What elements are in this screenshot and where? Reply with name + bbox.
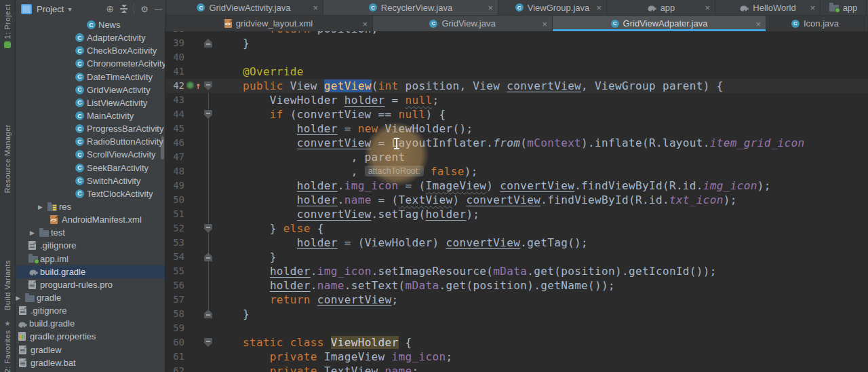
code-line-47[interactable]: 47 , parent <box>165 150 868 164</box>
code-line-52[interactable]: 52 } else { <box>165 221 868 236</box>
fold-open-icon[interactable] <box>204 338 212 347</box>
line-number[interactable]: 60 <box>165 335 184 350</box>
tree-item-gridviewactivity[interactable]: CGridViewActivity <box>16 83 165 96</box>
editor-tab-gridviewadpater-java[interactable]: CGridViewAdpater.java× <box>553 16 766 31</box>
close-icon[interactable]: × <box>755 19 761 28</box>
line-number[interactable]: 48 <box>165 164 184 179</box>
code-line-43[interactable]: 43 ViewHolder holder = null; <box>165 93 868 107</box>
code-line-61[interactable]: 61 private ImageView img_icon; <box>165 350 868 364</box>
fold-end-icon[interactable] <box>204 39 212 48</box>
line-number[interactable]: 42 <box>165 79 184 93</box>
close-icon[interactable]: × <box>705 3 710 12</box>
code-line-44[interactable]: 44 if (convertView == null) { <box>165 107 868 122</box>
project-panel-title[interactable]: Project <box>37 4 64 14</box>
hide-panel-icon[interactable]: — <box>155 5 162 13</box>
close-icon[interactable]: × <box>313 3 318 12</box>
line-number[interactable]: 45 <box>165 122 184 136</box>
project-tree-scrollbar[interactable] <box>161 136 164 160</box>
code-line-57[interactable]: 57 return convertView; <box>165 293 868 307</box>
line-number[interactable]: 52 <box>165 221 184 236</box>
tree-item-news[interactable]: CNews <box>16 18 165 31</box>
code-line-40[interactable]: 40 <box>165 50 868 64</box>
tree-item-adapteractivity[interactable]: CAdapterActivity <box>16 31 165 44</box>
line-number[interactable]: 47 <box>165 150 184 164</box>
close-icon[interactable]: × <box>488 3 493 12</box>
editor-tab-gridview-java[interactable]: CGridView.java× <box>373 16 553 31</box>
settings-icon[interactable]: ⚙ <box>140 4 149 14</box>
fold-end-icon[interactable] <box>204 253 212 261</box>
code-line-46[interactable]: 46 convertView = LayoutInflater.from(mCo… <box>165 136 868 150</box>
line-number[interactable]: 56 <box>165 278 184 293</box>
tree-item-proguard-rules-pro[interactable]: proguard-rules.pro <box>16 278 165 291</box>
tree-item-scrollviewactivity[interactable]: CScrollViewActivity <box>16 148 165 161</box>
tree-item-build-gradle[interactable]: build.gradle <box>16 317 165 330</box>
tool-window-button-1-project[interactable]: 1: Project <box>0 4 15 48</box>
line-number[interactable]: 62 <box>165 364 184 372</box>
line-number[interactable]: 43 <box>165 93 184 107</box>
code-line-45[interactable]: 45 holder = new ViewHolder(); <box>165 122 868 136</box>
tree-item--gitignore[interactable]: .gitignore <box>16 304 165 317</box>
code-line-62[interactable]: 62 private TextView name; <box>165 364 868 372</box>
editor-tab-gridview-layout-xml[interactable]: gridview_layout.xml× <box>165 16 373 31</box>
code-line-51[interactable]: 51 convertView.setTag(holder); <box>165 207 868 221</box>
code-viewport[interactable]: 38 return position;39 }4041 @Override42↑… <box>165 22 868 372</box>
editor-tab-app[interactable]: app <box>821 0 867 15</box>
tree-item-switchactivity[interactable]: CSwitchActivity <box>16 174 165 187</box>
fold-end-icon[interactable] <box>204 310 212 318</box>
tree-item-datetimeactivity[interactable]: CDateTimeActivity <box>16 71 165 83</box>
line-number[interactable]: 40 <box>165 50 184 64</box>
collapse-all-icon[interactable] <box>120 5 127 13</box>
code-line-60[interactable]: 60 static class ViewHolder { <box>165 335 868 350</box>
tree-item-listviewactivity[interactable]: CListViewActivity <box>16 96 165 109</box>
code-line-56[interactable]: 56 holder.name.setText(mData.get(positio… <box>165 278 868 293</box>
line-number[interactable]: 44 <box>165 107 184 122</box>
editor-tab-helloworld[interactable]: HelloWorld× <box>715 0 821 15</box>
editor-tab-icon-java[interactable]: CIcon.java <box>766 16 865 31</box>
code-line-50[interactable]: 50 holder.name = (TextView) convertView.… <box>165 193 868 207</box>
line-number[interactable]: 59 <box>165 321 184 335</box>
code-line-48[interactable]: 48 , attachToRoot: false); <box>165 164 868 179</box>
tree-item-gradlew-bat[interactable]: gradlew.bat <box>16 356 165 369</box>
override-method-icon[interactable] <box>186 81 194 89</box>
line-number[interactable]: 50 <box>165 193 184 207</box>
line-number[interactable]: 61 <box>165 350 184 364</box>
code-line-58[interactable]: 58 } <box>165 307 868 321</box>
tree-item-chronometeracitvity[interactable]: CChronometerAcitvity <box>16 57 165 70</box>
close-icon[interactable]: × <box>810 3 815 12</box>
fold-open-icon[interactable] <box>204 110 212 119</box>
tree-item-checkboxacitivity[interactable]: CCheckBoxAcitivity <box>16 44 165 57</box>
editor-tab-recyclerview-java[interactable]: CRecyclerView.java× <box>323 0 498 15</box>
line-number[interactable]: 46 <box>165 136 184 150</box>
fold-open-icon[interactable] <box>204 81 212 90</box>
tree-item-gradle[interactable]: ▶gradle <box>16 291 165 304</box>
panel-editor-divider[interactable] <box>165 0 165 372</box>
code-line-55[interactable]: 55 holder.img_icon.setImageResource(mDat… <box>165 264 868 278</box>
expand-arrow-icon[interactable]: ▶ <box>30 229 39 236</box>
tree-item-gradlew[interactable]: gradlew <box>16 343 165 356</box>
line-number[interactable]: 41 <box>165 64 184 79</box>
tool-window-button-resource-manager[interactable]: Resource Manager <box>0 124 15 193</box>
close-icon[interactable]: × <box>542 19 547 28</box>
code-line-41[interactable]: 41 @Override <box>165 64 868 79</box>
editor-tab-app[interactable]: app× <box>607 0 715 15</box>
tree-item-radiobuttonactivity[interactable]: CRadioButtonActivity <box>16 135 165 148</box>
tree-item--gitignore[interactable]: .gitignore <box>16 239 165 252</box>
line-number[interactable]: 53 <box>165 236 184 250</box>
tree-item-androidmanifest-xml[interactable]: AndroidManifest.xml <box>16 213 165 226</box>
line-number[interactable]: 39 <box>165 36 184 50</box>
editor-tab-viewgroup-java[interactable]: CViewGroup.java× <box>498 0 607 15</box>
tool-window-button-build-variants[interactable]: Build Variants <box>0 260 15 310</box>
line-number[interactable]: 54 <box>165 250 184 264</box>
tree-item-mainactivity[interactable]: CMainActivity <box>16 109 165 122</box>
expand-arrow-icon[interactable]: ▶ <box>16 295 25 301</box>
line-number[interactable]: 57 <box>165 293 184 307</box>
line-number[interactable]: 51 <box>165 207 184 221</box>
code-line-53[interactable]: 53 holder = (ViewHolder) convertView.get… <box>165 236 868 250</box>
tree-item-res[interactable]: ▶res <box>16 200 165 213</box>
code-line-42[interactable]: 42↑ public View getView(int position, Vi… <box>165 79 868 93</box>
code-line-59[interactable]: 59 <box>165 321 868 335</box>
chevron-down-icon[interactable]: ▾ <box>68 5 71 13</box>
tree-item-seekbaractivity[interactable]: CSeekBarActivity <box>16 162 165 174</box>
locate-icon[interactable]: ⊕ <box>106 3 115 14</box>
tool-window-button-2-favorites[interactable]: ★2: Favorites <box>0 320 15 372</box>
